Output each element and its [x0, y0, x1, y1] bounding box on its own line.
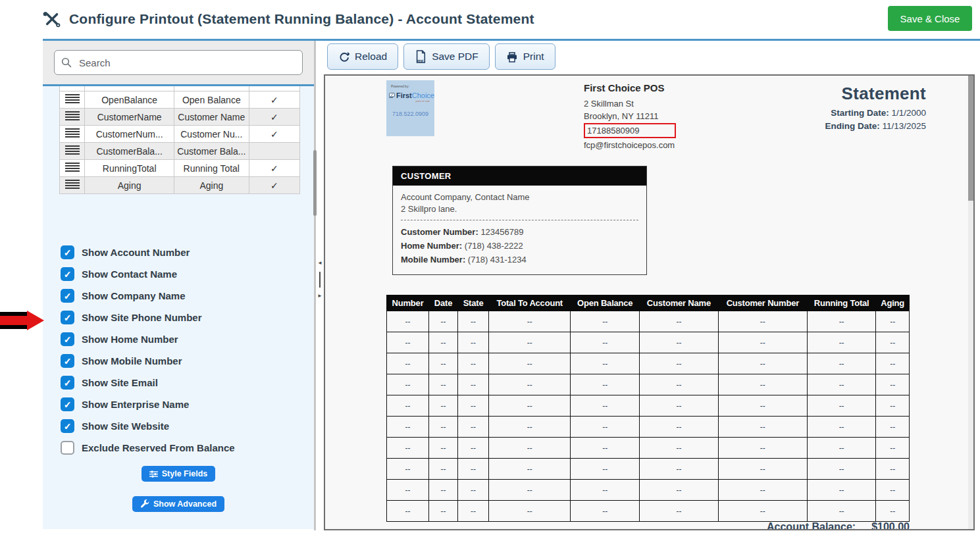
field-name[interactable]: CustomerName	[85, 109, 174, 126]
field-visible-check[interactable]	[249, 86, 299, 91]
table-cell: --	[718, 332, 807, 353]
table-cell: --	[640, 395, 719, 417]
save-pdf-button[interactable]: PDF Save PDF	[403, 43, 490, 70]
style-fields-button[interactable]: Style Fields	[142, 466, 215, 482]
field-row[interactable]: OpenBalanceOpen Balance✓	[60, 91, 300, 109]
panel-splitter[interactable]: ◄ ►	[317, 261, 323, 299]
field-display-name[interactable]: Aging	[174, 177, 249, 194]
drag-handle-icon[interactable]	[65, 128, 80, 138]
column-header: Customer Number	[718, 295, 807, 311]
sidebar-scrollbar-track[interactable]	[314, 41, 316, 530]
starting-date-label: Starting Date:	[831, 108, 889, 118]
collapse-right-icon[interactable]: ►	[317, 293, 322, 299]
field-name[interactable]	[85, 86, 174, 91]
field-row[interactable]: CustomerNameCustomer Name✓	[60, 109, 300, 126]
checked-checkbox-icon[interactable]: ✓	[61, 245, 74, 259]
field-visible-check[interactable]: ✓	[249, 91, 299, 109]
monitor-icon	[389, 91, 395, 99]
splitter-drag-handle[interactable]	[319, 272, 321, 288]
field-display-name[interactable]: Customer Bala...	[174, 143, 249, 160]
preview-scrollbar-thumb[interactable]	[968, 76, 973, 201]
search-icon	[61, 57, 72, 68]
checkbox-show-contact-name[interactable]: ✓Show Contact Name	[61, 266, 314, 282]
starting-date-value: 1/1/2000	[891, 108, 926, 118]
table-cell: --	[429, 374, 458, 395]
checkbox-show-site-phone-number[interactable]: ✓Show Site Phone Number	[61, 310, 314, 325]
checkbox-show-account-number[interactable]: ✓Show Account Number	[61, 245, 314, 260]
reload-button[interactable]: Reload	[327, 43, 398, 70]
table-row: ------------------	[387, 438, 910, 459]
show-advanced-label: Show Advanced	[153, 499, 217, 509]
pdf-file-icon: PDF	[415, 50, 426, 63]
field-name[interactable]: Aging	[85, 177, 174, 194]
checked-checkbox-icon[interactable]: ✓	[61, 419, 74, 433]
field-visible-check[interactable]: ✓	[249, 160, 299, 177]
field-name[interactable]: CustomerNum...	[85, 126, 174, 143]
checked-checkbox-icon[interactable]: ✓	[61, 397, 74, 411]
table-cell: --	[640, 501, 719, 522]
checked-checkbox-icon[interactable]: ✓	[61, 376, 74, 390]
drag-handle-icon[interactable]	[65, 180, 80, 189]
annotation-arrow	[0, 310, 45, 331]
field-row[interactable]: CustomerNum...Customer Nu...✓	[60, 126, 300, 143]
show-advanced-button[interactable]: Show Advanced	[132, 496, 224, 512]
field-visible-check[interactable]	[249, 143, 299, 160]
table-cell: --	[807, 417, 875, 438]
field-name[interactable]: CustomerBala...	[85, 143, 174, 160]
field-visible-check[interactable]: ✓	[249, 109, 299, 126]
field-display-name[interactable]	[174, 86, 249, 91]
table-row: ------------------	[387, 501, 910, 522]
site-phone-highlighted: 17188580909	[584, 123, 676, 138]
checkbox-label: Show Company Name	[82, 290, 186, 301]
field-row[interactable]: CustomerBala...Customer Bala...	[60, 143, 300, 160]
field-row[interactable]: RunningTotalRunning Total✓	[60, 160, 300, 177]
field-row[interactable]: AgingAging✓	[60, 177, 300, 194]
checkbox-show-home-number[interactable]: ✓Show Home Number	[61, 332, 314, 347]
drag-handle-icon[interactable]	[65, 94, 80, 103]
field-display-name[interactable]: Customer Nu...	[174, 126, 249, 143]
field-display-name[interactable]: Open Balance	[174, 91, 249, 109]
checkbox-show-company-name[interactable]: ✓Show Company Name	[61, 288, 314, 303]
customer-number-row: Customer Number: 123456789	[401, 225, 638, 239]
search-box[interactable]	[54, 50, 303, 75]
company-logo: Powered by: FirstChoice point of sale 71…	[386, 80, 434, 136]
customer-number-label: Customer Number:	[401, 227, 478, 237]
table-cell: --	[489, 459, 571, 480]
table-cell: --	[876, 501, 910, 522]
table-cell: --	[489, 332, 571, 353]
sidebar-scrollbar-thumb[interactable]	[313, 150, 317, 216]
field-visible-check[interactable]: ✓	[249, 126, 299, 143]
table-cell: --	[429, 417, 458, 438]
fields-table-viewport[interactable]: OpenBalanceOpen Balance✓CustomerNameCust…	[59, 86, 300, 194]
checkbox-show-site-email[interactable]: ✓Show Site Email	[61, 375, 314, 390]
checked-checkbox-icon[interactable]: ✓	[61, 332, 74, 346]
drag-handle-icon[interactable]	[65, 111, 80, 120]
collapse-left-icon[interactable]: ◄	[317, 261, 322, 266]
search-input[interactable]	[78, 57, 296, 69]
customer-company-line: Account Company, Contact Name	[401, 191, 638, 203]
checkbox-show-site-website[interactable]: ✓Show Site Website	[61, 419, 314, 434]
print-button[interactable]: Print	[495, 43, 555, 70]
table-cell: --	[571, 395, 640, 417]
field-visible-check[interactable]: ✓	[249, 177, 299, 194]
field-name[interactable]: RunningTotal	[85, 160, 174, 177]
checked-checkbox-icon[interactable]: ✓	[61, 267, 74, 281]
home-number-label: Home Number:	[401, 241, 462, 251]
field-display-name[interactable]: Customer Name	[174, 109, 249, 126]
checkbox-exclude-reserved-from-balance[interactable]: Exclude Reserved From Balance	[61, 440, 314, 455]
statement-table: NumberDateStateTotal To AccountOpen Bala…	[386, 295, 910, 522]
checkbox-show-enterprise-name[interactable]: ✓Show Enterprise Name	[61, 397, 314, 412]
checkbox-show-mobile-number[interactable]: ✓Show Mobile Number	[61, 353, 314, 368]
checked-checkbox-icon[interactable]: ✓	[61, 354, 74, 368]
drag-handle-icon[interactable]	[65, 145, 80, 155]
checked-checkbox-icon[interactable]: ✓	[61, 311, 74, 324]
save-close-button[interactable]: Save & Close	[888, 6, 972, 31]
table-cell: --	[571, 417, 640, 438]
unchecked-checkbox-icon[interactable]	[61, 441, 74, 455]
field-display-name[interactable]: Running Total	[174, 160, 249, 177]
field-name[interactable]: OpenBalance	[85, 91, 174, 109]
checked-checkbox-icon[interactable]: ✓	[61, 289, 74, 303]
drag-handle-icon[interactable]	[65, 163, 80, 172]
field-row[interactable]	[60, 86, 300, 91]
table-cell: --	[640, 480, 719, 501]
